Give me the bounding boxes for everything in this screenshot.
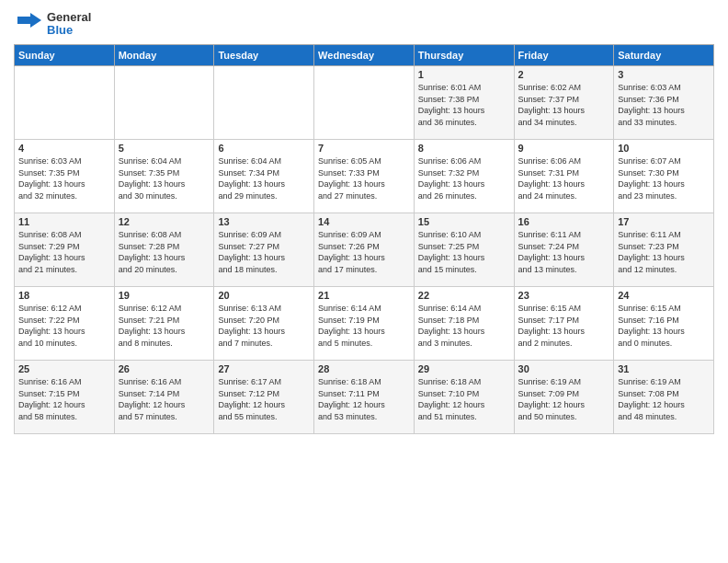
- day-info: Sunrise: 6:01 AM Sunset: 7:38 PM Dayligh…: [418, 82, 510, 128]
- day-cell: 10Sunrise: 6:07 AM Sunset: 7:30 PM Dayli…: [614, 140, 714, 213]
- day-cell: 6Sunrise: 6:04 AM Sunset: 7:34 PM Daylig…: [214, 140, 314, 213]
- day-number: 25: [18, 363, 110, 374]
- day-number: 17: [618, 216, 710, 227]
- day-cell: 21Sunrise: 6:14 AM Sunset: 7:19 PM Dayli…: [314, 287, 415, 361]
- day-info: Sunrise: 6:03 AM Sunset: 7:36 PM Dayligh…: [618, 82, 710, 128]
- day-cell: 2Sunrise: 6:02 AM Sunset: 7:37 PM Daylig…: [514, 66, 614, 140]
- day-number: 1: [418, 69, 510, 80]
- day-number: 19: [119, 290, 210, 301]
- day-cell: 29Sunrise: 6:18 AM Sunset: 7:10 PM Dayli…: [414, 361, 514, 434]
- day-number: 10: [618, 143, 710, 154]
- day-cell: 7Sunrise: 6:05 AM Sunset: 7:33 PM Daylig…: [314, 140, 415, 213]
- day-number: 21: [318, 290, 410, 301]
- svg-marker-0: [30, 13, 41, 28]
- day-info: Sunrise: 6:09 AM Sunset: 7:27 PM Dayligh…: [218, 229, 310, 275]
- day-number: 8: [418, 143, 510, 154]
- day-info: Sunrise: 6:12 AM Sunset: 7:21 PM Dayligh…: [119, 303, 210, 349]
- day-number: 3: [618, 69, 710, 80]
- day-info: Sunrise: 6:16 AM Sunset: 7:15 PM Dayligh…: [18, 376, 110, 422]
- day-cell: 15Sunrise: 6:10 AM Sunset: 7:25 PM Dayli…: [414, 213, 514, 287]
- day-number: 9: [518, 143, 610, 154]
- day-number: 28: [318, 363, 410, 374]
- day-info: Sunrise: 6:02 AM Sunset: 7:37 PM Dayligh…: [518, 82, 610, 128]
- day-info: Sunrise: 6:06 AM Sunset: 7:31 PM Dayligh…: [518, 155, 610, 201]
- day-number: 23: [518, 290, 610, 301]
- day-cell: 27Sunrise: 6:17 AM Sunset: 7:12 PM Dayli…: [214, 361, 314, 434]
- day-number: 6: [218, 143, 310, 154]
- day-number: 12: [119, 216, 210, 227]
- header-sunday: Sunday: [15, 45, 115, 66]
- day-number: 16: [518, 216, 610, 227]
- day-number: 27: [218, 363, 310, 374]
- day-cell: 19Sunrise: 6:12 AM Sunset: 7:21 PM Dayli…: [114, 287, 214, 361]
- week-row-4: 18Sunrise: 6:12 AM Sunset: 7:22 PM Dayli…: [15, 287, 714, 361]
- day-number: 4: [18, 143, 110, 154]
- day-info: Sunrise: 6:06 AM Sunset: 7:32 PM Dayligh…: [418, 155, 510, 201]
- day-cell: 18Sunrise: 6:12 AM Sunset: 7:22 PM Dayli…: [15, 287, 115, 361]
- day-number: 14: [318, 216, 410, 227]
- day-cell: 5Sunrise: 6:04 AM Sunset: 7:35 PM Daylig…: [114, 140, 214, 213]
- day-info: Sunrise: 6:18 AM Sunset: 7:11 PM Dayligh…: [318, 376, 410, 422]
- week-row-3: 11Sunrise: 6:08 AM Sunset: 7:29 PM Dayli…: [15, 213, 714, 287]
- day-info: Sunrise: 6:11 AM Sunset: 7:23 PM Dayligh…: [618, 229, 710, 275]
- header-tuesday: Tuesday: [214, 45, 314, 66]
- day-number: 30: [518, 363, 610, 374]
- day-cell: 9Sunrise: 6:06 AM Sunset: 7:31 PM Daylig…: [514, 140, 614, 213]
- day-number: 18: [18, 290, 110, 301]
- week-row-5: 25Sunrise: 6:16 AM Sunset: 7:15 PM Dayli…: [15, 361, 714, 434]
- day-number: 5: [119, 143, 210, 154]
- day-number: 31: [618, 363, 710, 374]
- calendar-table: SundayMondayTuesdayWednesdayThursdayFrid…: [14, 44, 714, 434]
- day-info: Sunrise: 6:15 AM Sunset: 7:16 PM Dayligh…: [618, 303, 710, 349]
- day-info: Sunrise: 6:16 AM Sunset: 7:14 PM Dayligh…: [119, 376, 210, 422]
- day-info: Sunrise: 6:13 AM Sunset: 7:20 PM Dayligh…: [218, 303, 310, 349]
- day-number: 13: [218, 216, 310, 227]
- day-cell: 24Sunrise: 6:15 AM Sunset: 7:16 PM Dayli…: [614, 287, 714, 361]
- day-info: Sunrise: 6:18 AM Sunset: 7:10 PM Dayligh…: [418, 376, 510, 422]
- day-cell: 13Sunrise: 6:09 AM Sunset: 7:27 PM Dayli…: [214, 213, 314, 287]
- day-cell: 23Sunrise: 6:15 AM Sunset: 7:17 PM Dayli…: [514, 287, 614, 361]
- day-number: 22: [418, 290, 510, 301]
- day-number: 11: [18, 216, 110, 227]
- week-row-1: 1Sunrise: 6:01 AM Sunset: 7:38 PM Daylig…: [15, 66, 714, 140]
- day-cell: 30Sunrise: 6:19 AM Sunset: 7:09 PM Dayli…: [514, 361, 614, 434]
- day-cell: 17Sunrise: 6:11 AM Sunset: 7:23 PM Dayli…: [614, 213, 714, 287]
- logo-general: General: [47, 11, 91, 24]
- header-friday: Friday: [514, 45, 614, 66]
- day-cell: [15, 66, 115, 140]
- day-info: Sunrise: 6:17 AM Sunset: 7:12 PM Dayligh…: [218, 376, 310, 422]
- day-cell: 22Sunrise: 6:14 AM Sunset: 7:18 PM Dayli…: [414, 287, 514, 361]
- day-cell: 14Sunrise: 6:09 AM Sunset: 7:26 PM Dayli…: [314, 213, 415, 287]
- day-number: 15: [418, 216, 510, 227]
- day-number: 2: [518, 69, 610, 80]
- day-cell: 26Sunrise: 6:16 AM Sunset: 7:14 PM Dayli…: [114, 361, 214, 434]
- day-info: Sunrise: 6:08 AM Sunset: 7:28 PM Dayligh…: [119, 229, 210, 275]
- logo-blue: Blue: [47, 24, 91, 37]
- calendar-page: GeneralBlue SundayMondayTuesdayWednesday…: [0, 0, 728, 443]
- day-cell: [214, 66, 314, 140]
- logo: GeneralBlue: [14, 9, 91, 39]
- day-cell: [114, 66, 214, 140]
- day-info: Sunrise: 6:04 AM Sunset: 7:34 PM Dayligh…: [218, 155, 310, 201]
- day-cell: 11Sunrise: 6:08 AM Sunset: 7:29 PM Dayli…: [15, 213, 115, 287]
- day-info: Sunrise: 6:12 AM Sunset: 7:22 PM Dayligh…: [18, 303, 110, 349]
- day-cell: 1Sunrise: 6:01 AM Sunset: 7:38 PM Daylig…: [414, 66, 514, 140]
- day-cell: [314, 66, 415, 140]
- day-cell: 16Sunrise: 6:11 AM Sunset: 7:24 PM Dayli…: [514, 213, 614, 287]
- day-cell: 12Sunrise: 6:08 AM Sunset: 7:28 PM Dayli…: [114, 213, 214, 287]
- header-thursday: Thursday: [414, 45, 514, 66]
- header-wednesday: Wednesday: [314, 45, 415, 66]
- day-number: 20: [218, 290, 310, 301]
- day-cell: 25Sunrise: 6:16 AM Sunset: 7:15 PM Dayli…: [15, 361, 115, 434]
- day-cell: 3Sunrise: 6:03 AM Sunset: 7:36 PM Daylig…: [614, 66, 714, 140]
- day-info: Sunrise: 6:09 AM Sunset: 7:26 PM Dayligh…: [318, 229, 410, 275]
- day-info: Sunrise: 6:10 AM Sunset: 7:25 PM Dayligh…: [418, 229, 510, 275]
- day-info: Sunrise: 6:08 AM Sunset: 7:29 PM Dayligh…: [18, 229, 110, 275]
- day-info: Sunrise: 6:15 AM Sunset: 7:17 PM Dayligh…: [518, 303, 610, 349]
- day-info: Sunrise: 6:19 AM Sunset: 7:09 PM Dayligh…: [518, 376, 610, 422]
- day-number: 29: [418, 363, 510, 374]
- header: GeneralBlue: [14, 9, 714, 39]
- day-cell: 8Sunrise: 6:06 AM Sunset: 7:32 PM Daylig…: [414, 140, 514, 213]
- day-info: Sunrise: 6:04 AM Sunset: 7:35 PM Dayligh…: [119, 155, 210, 201]
- day-number: 24: [618, 290, 710, 301]
